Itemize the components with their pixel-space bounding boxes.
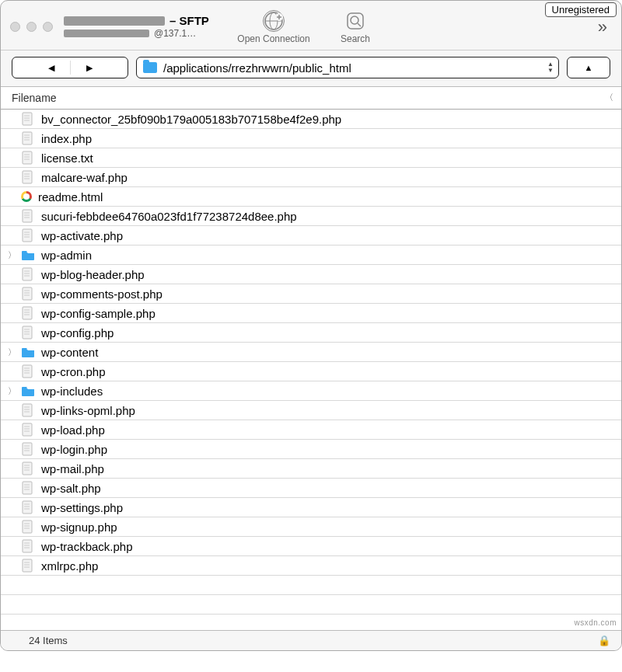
sort-ascending-icon[interactable]: 〈 bbox=[605, 92, 613, 104]
titlebar: – SFTP @137.1… Open Connection bbox=[1, 1, 621, 50]
file-name: bv_connector_25bf090b179a005183b707158be… bbox=[41, 113, 341, 126]
svg-rect-65 bbox=[23, 462, 32, 475]
svg-rect-57 bbox=[23, 423, 32, 436]
search-label: Search bbox=[341, 33, 370, 44]
list-item[interactable]: index.php bbox=[1, 129, 621, 148]
disclosure-icon[interactable]: 〉 bbox=[7, 249, 16, 261]
zoom-window-icon[interactable] bbox=[43, 22, 53, 32]
file-name: wp-links-opml.php bbox=[41, 404, 135, 417]
status-bar: 24 Items 🔒 bbox=[1, 630, 621, 650]
svg-rect-81 bbox=[23, 540, 32, 552]
list-item[interactable]: readme.html bbox=[1, 187, 621, 207]
back-icon[interactable]: ◀ bbox=[48, 63, 54, 73]
list-item[interactable]: wp-blog-header.php bbox=[1, 265, 621, 284]
list-item[interactable]: wp-cron.php bbox=[1, 362, 621, 381]
go-up-button[interactable]: ▲ bbox=[567, 57, 610, 78]
minimize-window-icon[interactable] bbox=[26, 22, 37, 32]
file-name: wp-mail.php bbox=[41, 462, 104, 475]
list-item[interactable]: wp-login.php bbox=[1, 440, 621, 459]
list-item[interactable]: bv_connector_25bf090b179a005183b707158be… bbox=[1, 110, 621, 129]
file-name: license.txt bbox=[41, 151, 93, 165]
svg-rect-37 bbox=[23, 287, 32, 300]
file-name: wp-trackback.php bbox=[41, 540, 133, 553]
file-name: wp-admin bbox=[41, 249, 92, 262]
svg-rect-13 bbox=[23, 132, 32, 144]
file-name: wp-load.php bbox=[41, 423, 105, 437]
chrome-icon bbox=[21, 191, 32, 202]
file-icon bbox=[21, 228, 35, 242]
folder-icon bbox=[21, 384, 35, 398]
list-item[interactable]: wp-trackback.php bbox=[1, 537, 621, 556]
path-field[interactable]: /applications/rrezhrwwrn/public_html ▲▼ bbox=[136, 57, 559, 78]
column-header[interactable]: Filename 〈 bbox=[1, 87, 621, 110]
file-icon bbox=[21, 306, 35, 320]
file-icon bbox=[21, 287, 35, 301]
list-item[interactable]: license.txt bbox=[1, 148, 621, 168]
list-item[interactable]: 〉wp-admin bbox=[1, 245, 621, 265]
history-nav[interactable]: ◀ ▶ bbox=[12, 57, 128, 78]
list-item[interactable] bbox=[1, 595, 621, 615]
redacted-hostname bbox=[64, 16, 165, 26]
list-item[interactable] bbox=[1, 576, 621, 595]
list-item[interactable]: wp-load.php bbox=[1, 420, 621, 440]
list-item[interactable]: wp-salt.php bbox=[1, 479, 621, 498]
svg-rect-21 bbox=[23, 171, 32, 183]
list-item[interactable]: xmlrpc.php bbox=[1, 556, 621, 576]
path-stepper-icon[interactable]: ▲▼ bbox=[547, 61, 554, 74]
svg-line-8 bbox=[358, 23, 361, 26]
list-item[interactable]: wp-config.php bbox=[1, 323, 621, 343]
file-name: wp-includes bbox=[41, 385, 103, 398]
search-button[interactable]: Search bbox=[328, 10, 383, 44]
window-traffic-lights[interactable] bbox=[10, 22, 53, 32]
file-icon bbox=[21, 500, 35, 514]
disclosure-icon[interactable]: 〉 bbox=[7, 346, 16, 358]
file-name: wp-login.php bbox=[41, 443, 107, 456]
disclosure-icon[interactable]: 〉 bbox=[7, 385, 16, 397]
list-item[interactable]: wp-signup.php bbox=[1, 517, 621, 537]
file-name: wp-config-sample.php bbox=[41, 307, 156, 320]
file-name: readme.html bbox=[38, 190, 103, 204]
toolbar-overflow-icon[interactable]: » bbox=[598, 17, 607, 37]
forward-icon[interactable]: ▶ bbox=[86, 63, 93, 73]
file-name: wp-cron.php bbox=[41, 365, 106, 378]
file-icon bbox=[21, 539, 35, 553]
svg-rect-73 bbox=[23, 501, 32, 514]
file-icon bbox=[21, 131, 35, 145]
open-connection-button[interactable]: Open Connection bbox=[227, 10, 320, 44]
file-icon bbox=[21, 481, 35, 495]
unregistered-badge[interactable]: Unregistered bbox=[545, 2, 617, 17]
file-icon bbox=[21, 112, 35, 126]
file-name: wp-activate.php bbox=[41, 229, 123, 242]
svg-rect-45 bbox=[23, 326, 32, 339]
list-item[interactable]: 〉wp-content bbox=[1, 343, 621, 362]
file-icon bbox=[21, 326, 35, 339]
svg-rect-53 bbox=[23, 404, 32, 416]
close-window-icon[interactable] bbox=[10, 22, 20, 32]
column-filename[interactable]: Filename bbox=[12, 92, 57, 104]
list-item[interactable]: sucuri-febbdee64760a023fd1f77238724d8ee.… bbox=[1, 207, 621, 226]
sftp-window: – SFTP @137.1… Open Connection bbox=[0, 0, 622, 651]
file-name: wp-comments-post.php bbox=[41, 287, 162, 301]
list-item[interactable]: malcare-waf.php bbox=[1, 168, 621, 187]
file-icon bbox=[21, 461, 35, 475]
list-item[interactable]: wp-settings.php bbox=[1, 498, 621, 517]
list-item[interactable]: wp-comments-post.php bbox=[1, 284, 621, 304]
list-item[interactable]: 〉wp-includes bbox=[1, 381, 621, 401]
file-list[interactable]: bv_connector_25bf090b179a005183b707158be… bbox=[1, 110, 621, 630]
file-icon bbox=[21, 151, 35, 165]
list-item[interactable]: wp-config-sample.php bbox=[1, 304, 621, 323]
file-name: wp-config.php bbox=[41, 326, 114, 339]
list-item[interactable]: wp-activate.php bbox=[1, 226, 621, 245]
title-protocol: – SFTP bbox=[169, 14, 209, 28]
item-count: 24 Items bbox=[29, 635, 68, 646]
list-item[interactable]: wp-mail.php bbox=[1, 459, 621, 479]
list-item[interactable]: wp-links-opml.php bbox=[1, 401, 621, 420]
folder-icon bbox=[21, 248, 35, 262]
file-icon bbox=[21, 520, 35, 534]
file-name: index.php bbox=[41, 132, 92, 145]
lock-icon[interactable]: 🔒 bbox=[598, 635, 610, 646]
open-connection-label: Open Connection bbox=[237, 33, 309, 44]
connection-title: – SFTP @137.1… bbox=[64, 14, 219, 39]
svg-rect-61 bbox=[23, 443, 32, 455]
title-ip: @137.1… bbox=[154, 28, 196, 39]
